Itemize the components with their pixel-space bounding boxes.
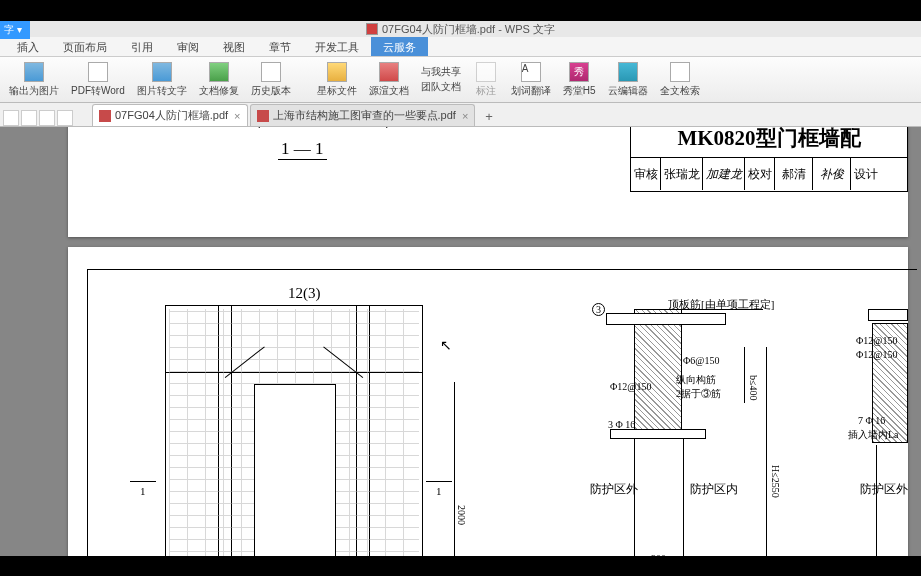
document-viewport[interactable]: L 1 — 1 MK0820型门框墙配 审核 张瑞龙 加建龙 校对 郝清 补俊 … [0, 127, 921, 576]
rebar-1: Φ6@150 [683, 355, 720, 366]
tab-doc-2[interactable]: 上海市结构施工图审查的一些要点.pdf × [250, 104, 476, 126]
cloud-edit-icon [618, 62, 638, 82]
tab-close-button[interactable]: × [234, 110, 240, 122]
toolbar: 输出为图片 PDF转Word 图片转文字 文档修复 历史版本 星标文件 源渲文档… [0, 57, 921, 103]
rebar-2b: Φ12@150 [856, 335, 898, 346]
title-block-main: MK0820型门框墙配 [677, 127, 860, 152]
undo-button[interactable] [21, 110, 37, 126]
menu-bar: 插入 页面布局 引用 审阅 视图 章节 开发工具 云服务 [0, 37, 921, 57]
export-image-icon [24, 62, 44, 82]
tab-label: 上海市结构施工图审查的一些要点.pdf [273, 108, 456, 123]
pdf-page-2: 12(3) 1 1 2000 ↖ 3 顶板筋[由单项工程定] [68, 247, 908, 567]
history-icon [261, 62, 281, 82]
star-icon [327, 62, 347, 82]
pdf-icon [257, 110, 269, 122]
toolbar-h5[interactable]: 秀 秀堂H5 [557, 62, 602, 98]
menu-layout[interactable]: 页面布局 [51, 37, 119, 56]
dim-2000: 2000 [456, 505, 467, 525]
repair-icon [209, 62, 229, 82]
tab-close-button[interactable]: × [462, 110, 468, 122]
tab-add-button[interactable]: + [477, 107, 501, 126]
rebar-4: 3 Φ 16 [608, 419, 635, 430]
toolbar-annotate[interactable]: 标注 [467, 62, 505, 98]
title-bar: 07FG04人防门框墙.pdf - WPS 文字 [0, 21, 921, 37]
menu-review[interactable]: 审阅 [165, 37, 211, 56]
rebar-6: 插入墙内La [848, 428, 899, 442]
toolbar-team[interactable]: 与我共享 团队文档 [415, 65, 467, 94]
rebar-5: 7 Φ 16 [858, 415, 885, 426]
marker-3: 3 [592, 303, 605, 316]
app-menu-button[interactable]: 字 ▾ [0, 21, 30, 39]
title-block-row2: 审核 张瑞龙 加建龙 校对 郝清 补俊 设计 [631, 158, 907, 190]
section-tag: 12(3) [288, 285, 321, 302]
window-title: 07FG04人防门框墙.pdf - WPS 文字 [382, 22, 555, 37]
rebar-3: 纵向构筋 2据于③筋 [676, 373, 721, 401]
pdf-word-icon [88, 62, 108, 82]
pdf-icon [99, 110, 111, 122]
quick-button[interactable] [57, 110, 73, 126]
pdf-page-1: L 1 — 1 MK0820型门框墙配 审核 张瑞龙 加建龙 校对 郝清 补俊 … [68, 127, 908, 237]
zone-out-1: 防护区外 [590, 481, 638, 498]
menu-cloud[interactable]: 云服务 [371, 37, 428, 56]
h5-icon: 秀 [569, 62, 589, 82]
toolbar-star[interactable]: 星标文件 [311, 62, 363, 98]
menu-view[interactable]: 视图 [211, 37, 257, 56]
menu-section[interactable]: 章节 [257, 37, 303, 56]
tab-doc-1[interactable]: 07FG04人防门框墙.pdf × [92, 104, 248, 126]
section-1-1-label: 1 — 1 [278, 139, 327, 160]
zone-in: 防护区内 [690, 481, 738, 498]
toolbar-cloud-edit[interactable]: 云编辑器 [602, 62, 654, 98]
rebar-2c: Φ12@150 [856, 349, 898, 360]
toolbar-pdf2word[interactable]: PDF转Word [65, 62, 131, 98]
save-button[interactable] [3, 110, 19, 126]
translate-icon: A [521, 62, 541, 82]
tab-label: 07FG04人防门框墙.pdf [115, 108, 228, 123]
toolbar-repair[interactable]: 文档修复 [193, 62, 245, 98]
tab-bar: 07FG04人防门框墙.pdf × 上海市结构施工图审查的一些要点.pdf × … [0, 103, 921, 127]
rebar-2: Φ12@150 [610, 381, 652, 392]
toolbar-export-image[interactable]: 输出为图片 [3, 62, 65, 98]
toolbar-translate[interactable]: A 划词翻译 [505, 62, 557, 98]
zone-out-2: 防护区外 [860, 481, 908, 498]
redo-button[interactable] [39, 110, 55, 126]
menu-devtools[interactable]: 开发工具 [303, 37, 371, 56]
title-block: MK0820型门框墙配 审核 张瑞龙 加建龙 校对 郝清 补俊 设计 [630, 127, 908, 192]
toolbar-history[interactable]: 历史版本 [245, 62, 297, 98]
dim-h: H≤2550 [770, 465, 781, 498]
dim-b: b≤400 [748, 375, 759, 401]
ocr-icon [152, 62, 172, 82]
menu-insert[interactable]: 插入 [5, 37, 51, 56]
mic-icon [476, 62, 496, 82]
render-icon [379, 62, 399, 82]
search-icon [670, 62, 690, 82]
pdf-icon [366, 23, 378, 35]
toolbar-img2text[interactable]: 图片转文字 [131, 62, 193, 98]
toolbar-render[interactable]: 源渲文档 [363, 62, 415, 98]
toolbar-fulltext[interactable]: 全文检索 [654, 62, 706, 98]
menu-reference[interactable]: 引用 [119, 37, 165, 56]
app-corner-label: 字 ▾ [4, 24, 22, 35]
